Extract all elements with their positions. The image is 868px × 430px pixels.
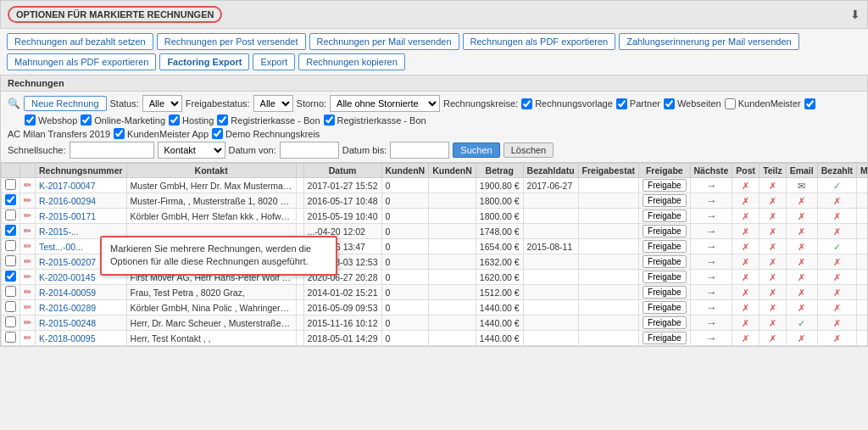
row-freigabestat xyxy=(578,224,638,239)
edit-icon[interactable]: ✏ xyxy=(24,332,31,343)
action-button[interactable]: Rechnungen per Mail versenden xyxy=(309,33,459,50)
edit-icon[interactable]: ✏ xyxy=(24,317,31,327)
table-row: ✏ K-2018-00095 Herr, Test Kontakt , , 20… xyxy=(2,331,869,346)
freigabe-button[interactable]: Freigabe xyxy=(643,194,686,207)
row-freigabe-cell: Freigabe xyxy=(639,193,690,209)
freigabe-button[interactable]: Freigabe xyxy=(643,240,686,253)
edit-icon[interactable]: ✏ xyxy=(24,241,31,251)
row-edit-cell: ✏ xyxy=(20,331,36,346)
freigabe-button[interactable]: Freigabe xyxy=(643,255,686,268)
row-email: ✓ xyxy=(786,316,817,331)
freigabe-button[interactable]: Freigabe xyxy=(643,209,686,222)
action-button[interactable]: Zahlungserinnerung per Mail versenden xyxy=(619,33,798,50)
row-kundennr2 xyxy=(429,254,476,270)
row-checkbox-cell[interactable] xyxy=(2,254,20,270)
row-datum: 2017-01-27 15:52 xyxy=(303,178,381,193)
new-rechnung-button[interactable]: Neue Rechnung xyxy=(24,96,107,111)
row-checkbox[interactable] xyxy=(5,209,16,221)
schnellsuche-input[interactable] xyxy=(70,142,154,159)
row-checkbox[interactable] xyxy=(5,179,16,190)
row-email: ✗ xyxy=(786,193,817,209)
row-checkbox-cell[interactable] xyxy=(2,193,20,209)
row-checkbox-cell[interactable] xyxy=(2,331,20,346)
row-checkbox[interactable] xyxy=(5,194,16,205)
freigabe-button[interactable]: Freigabe xyxy=(643,225,686,237)
row-kundennr1: 0 xyxy=(381,224,429,239)
freigabe-select[interactable]: Alle xyxy=(253,95,293,112)
kontakt-select[interactable]: Kontakt xyxy=(158,142,225,159)
storno-select[interactable]: Alle ohne Stornierte xyxy=(330,95,440,112)
row-kundennr1: 0 xyxy=(381,254,429,270)
freigabe-button[interactable]: Freigabe xyxy=(643,316,686,329)
edit-icon[interactable]: ✏ xyxy=(24,256,31,266)
row-betrag: 1800.00 € xyxy=(476,193,523,209)
row-rechnungsnr: K-2018-00095 xyxy=(36,331,127,346)
row-freigabe-cell: Freigabe xyxy=(639,178,690,193)
datum-bis-input[interactable] xyxy=(390,142,449,159)
row-checkbox[interactable] xyxy=(5,332,16,343)
action-button[interactable]: Rechnungen auf bezahlt setzen xyxy=(7,33,153,50)
search-button[interactable]: Suchen xyxy=(453,142,499,158)
row-checkbox-cell[interactable] xyxy=(2,285,20,300)
edit-icon[interactable]: ✏ xyxy=(24,210,31,221)
row-post: ✗ xyxy=(732,316,760,331)
row-naechste: → xyxy=(690,239,732,254)
row-freigabestat xyxy=(578,285,638,300)
edit-icon[interactable]: ✏ xyxy=(24,287,31,297)
status-select[interactable]: Alle xyxy=(142,95,182,112)
row-checkbox[interactable] xyxy=(5,301,16,312)
row-checkbox[interactable] xyxy=(5,225,16,236)
edit-icon[interactable]: ✏ xyxy=(24,195,31,205)
download-icon[interactable]: ⬇ xyxy=(850,8,860,21)
table-row: ✏ K-2017-00047 Muster GmbH, Herr Dr. Max… xyxy=(2,178,869,193)
row-checkbox[interactable] xyxy=(5,316,16,327)
col-teilz: Teilz xyxy=(760,164,787,178)
freigabe-button[interactable]: Freigabe xyxy=(643,301,686,314)
row-checkbox[interactable] xyxy=(5,240,16,251)
datum-von-input[interactable] xyxy=(280,142,339,159)
row-checkbox-cell[interactable] xyxy=(2,209,20,224)
freigabe-button[interactable]: Freigabe xyxy=(643,332,686,344)
row-naechste: → xyxy=(690,193,732,209)
edit-icon[interactable]: ✏ xyxy=(24,302,31,312)
row-checkbox-cell[interactable] xyxy=(2,239,20,254)
table-row: ✏ R-2016-00289 Körbler GmbH, Nina Polic … xyxy=(2,300,869,316)
freigabe-button[interactable]: Freigabe xyxy=(643,286,686,299)
row-post: ✗ xyxy=(732,254,760,270)
col-rechnungsnr: Rechnungsnummer xyxy=(36,164,127,178)
row-checkbox[interactable] xyxy=(5,255,16,266)
edit-icon[interactable]: ✏ xyxy=(24,226,31,236)
freigabe-button[interactable]: Freigabe xyxy=(643,271,686,283)
row-checkbox-cell[interactable] xyxy=(2,178,20,193)
row-freigabestat xyxy=(578,239,638,254)
action-button[interactable]: Export xyxy=(253,53,295,70)
action-button[interactable]: Rechnungen als PDF exportieren xyxy=(463,33,616,50)
row-email: ✉ xyxy=(786,178,817,193)
row-kundennr2 xyxy=(429,270,476,285)
row-post: ✗ xyxy=(732,270,760,285)
row-bezahlt: ✗ xyxy=(817,300,856,316)
arrow-icon: → xyxy=(705,179,716,192)
delete-button[interactable]: Löschen xyxy=(504,142,554,158)
row-bezahldatum xyxy=(523,331,578,346)
row-checkbox-cell[interactable] xyxy=(2,224,20,239)
row-email: ✗ xyxy=(786,254,817,270)
row-bezahlt: ✗ xyxy=(817,331,856,346)
row-checkbox[interactable] xyxy=(5,271,16,282)
row-checkbox-cell[interactable] xyxy=(2,316,20,331)
row-datum: 2018-05-01 14:29 xyxy=(303,331,381,346)
row-kundennr2 xyxy=(429,239,476,254)
row-checkbox[interactable] xyxy=(5,286,16,297)
row-rechnungsnr: K-2017-00047 xyxy=(36,178,127,193)
magnifier-icon[interactable]: 🔍 xyxy=(8,98,20,109)
freigabe-button[interactable]: Freigabe xyxy=(643,179,686,192)
row-checkbox-cell[interactable] xyxy=(2,300,20,316)
edit-icon[interactable]: ✏ xyxy=(24,180,31,190)
action-button[interactable]: Mahnungen als PDF exportieren xyxy=(7,53,156,70)
action-button[interactable]: Rechnungen per Post versendet xyxy=(157,33,306,50)
row-freigabe-cell: Freigabe xyxy=(639,285,690,300)
action-button[interactable]: Factoring Export xyxy=(159,53,249,70)
row-checkbox-cell[interactable] xyxy=(2,270,20,285)
edit-icon[interactable]: ✏ xyxy=(24,271,31,282)
action-button[interactable]: Rechnungen kopieren xyxy=(298,53,405,70)
